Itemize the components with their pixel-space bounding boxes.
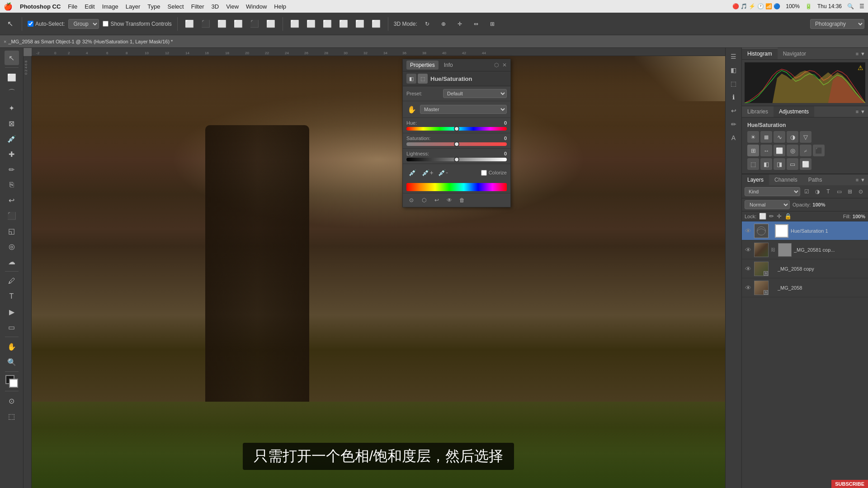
adj-icon-curves[interactable]: ∿ [774, 131, 785, 143]
prop-hue-thumb[interactable] [454, 126, 459, 131]
distribute-left-icon[interactable]: ⬜ [321, 18, 334, 30]
3d-pan-icon[interactable]: ✛ [453, 18, 466, 30]
adj-icon-vibrance[interactable]: ▽ [800, 131, 811, 143]
layers-filter-pixel[interactable]: ☑ [802, 187, 811, 196]
auto-select-dropdown[interactable]: Group [68, 19, 99, 29]
layer-visibility-2[interactable]: 👁 [745, 265, 752, 272]
adjust-icon[interactable]: ◧ [728, 64, 740, 76]
library-icon[interactable]: ⬚ [728, 78, 740, 89]
adj-icon-brightness[interactable]: ☀ [747, 131, 759, 143]
3d-orbit-icon[interactable]: ⊕ [437, 18, 450, 30]
adj-icon-gradient-map[interactable]: ▭ [787, 158, 798, 170]
distribute-h-icon[interactable]: ⬜ [288, 18, 301, 30]
properties-expand-icon[interactable]: ⬡ [494, 62, 499, 68]
3d-slide-icon[interactable]: ⇔ [470, 18, 482, 30]
prop-sat-value[interactable]: 0 [504, 136, 507, 141]
distribute-bottom-icon[interactable]: ⬜ [370, 18, 382, 30]
layer-item-mg2058copy[interactable]: 👁 S _MG_2058 copy [742, 259, 868, 278]
3d-scale-icon[interactable]: ⊞ [486, 18, 499, 30]
histogram-collapse-icon[interactable]: ▼ [860, 51, 865, 56]
tool-crop[interactable]: ⊠ [5, 116, 19, 131]
adj-icon-bw[interactable]: ⬜ [774, 145, 785, 156]
tool-quick-mask[interactable]: ⊙ [5, 394, 19, 408]
prop-delete-icon[interactable]: 🗑 [457, 195, 467, 205]
tab-paths[interactable]: Paths [803, 174, 828, 185]
eyedropper-sample-icon[interactable]: 💉 [406, 167, 418, 178]
tab-histogram[interactable]: Histogram [742, 48, 778, 59]
align-top-icon[interactable]: ⬜ [232, 18, 245, 30]
prop-mask-icon[interactable]: ⊙ [406, 195, 416, 205]
prop-sat-thumb[interactable] [454, 141, 459, 147]
adj-icon-posterize[interactable]: ◧ [760, 158, 772, 170]
info-icon[interactable]: ℹ [728, 91, 740, 103]
apple-menu[interactable]: 🍎 [4, 2, 13, 11]
align-right-icon[interactable]: ⬜ [216, 18, 228, 30]
transform-controls-checkbox[interactable]: Show Transform Controls [103, 21, 171, 27]
prop-layer-icon-1[interactable]: ◧ [406, 74, 416, 84]
layer-visibility-3[interactable]: 👁 [745, 284, 752, 291]
auto-select-checkbox[interactable]: Auto-Select: [28, 21, 65, 27]
tool-blur[interactable]: ◎ [5, 239, 19, 253]
tab-navigator[interactable]: Navigator [778, 48, 811, 59]
prop-eye-icon[interactable]: 👁 [444, 195, 454, 205]
tool-lasso[interactable]: ⌒ [5, 85, 19, 100]
adj-collapse-icon[interactable]: ▼ [860, 109, 865, 114]
menu-select[interactable]: Select [167, 3, 184, 10]
layers-filter-toggle[interactable]: ⊙ [856, 187, 865, 196]
tab-close-icon[interactable]: × [4, 39, 6, 44]
menu-edit[interactable]: Edit [85, 3, 94, 10]
colorize-checkbox[interactable]: Colorize [481, 170, 507, 176]
prop-hue-value[interactable]: 0 [504, 120, 507, 126]
tool-zoom[interactable]: 🔍 [5, 355, 19, 369]
layers-menu-icon[interactable]: ≡ [856, 177, 859, 183]
fill-value[interactable]: 100% [853, 214, 865, 219]
prop-light-slider[interactable] [406, 158, 507, 161]
tab-channels[interactable]: Channels [769, 174, 803, 185]
auto-select-check-input[interactable] [28, 21, 33, 27]
foreground-background-colors[interactable] [5, 375, 18, 388]
adj-icon-channel-mixer[interactable]: ⌿ [800, 145, 811, 156]
tool-text[interactable]: T [5, 289, 19, 304]
layer-item-mg2058[interactable]: 👁 S _MG_2058 [742, 278, 868, 297]
character-icon[interactable]: A [728, 132, 740, 144]
tool-marquee[interactable]: ⬜ [5, 70, 19, 84]
layers-filter-adj[interactable]: ◑ [813, 187, 822, 196]
tool-quick-select[interactable]: ✦ [5, 101, 19, 115]
align-bottom-icon[interactable]: ⬜ [264, 18, 277, 30]
menu-help[interactable]: Help [274, 3, 286, 10]
prop-channel-hand-icon[interactable]: ✋ [406, 104, 417, 115]
tab-info[interactable]: Info [440, 61, 457, 70]
layers-kind-select[interactable]: Kind [745, 187, 800, 196]
eyedropper-subtract-icon[interactable]: 💉- [437, 167, 449, 178]
tool-eyedropper[interactable]: 💉 [5, 131, 19, 146]
adj-menu-icon[interactable]: ≡ [856, 109, 859, 114]
canvas-image-area[interactable]: 只需打开一个色相/饱和度层，然后选择 [32, 56, 725, 488]
eyedropper-add-icon[interactable]: 💉+ [422, 167, 434, 178]
tool-hand[interactable]: ✋ [5, 339, 19, 354]
prop-light-thumb[interactable] [454, 157, 459, 162]
lock-paint-icon[interactable]: ✏ [769, 213, 774, 220]
list-icon[interactable]: ☰ [859, 3, 864, 9]
workspace-dropdown[interactable]: Photography [810, 19, 864, 29]
properties-close-icon[interactable]: ✕ [502, 62, 507, 68]
move-tool[interactable]: ↖ [4, 18, 16, 30]
menu-type[interactable]: Type [147, 3, 160, 10]
prop-layer-icon-2[interactable]: ⬚ [418, 74, 428, 84]
prop-channel-select[interactable]: Master [420, 105, 507, 114]
layers-toggle-icon[interactable]: ☰ [728, 51, 740, 62]
adj-icon-selective-color[interactable]: ⬜ [800, 158, 811, 170]
tool-history-brush[interactable]: ↩ [5, 193, 19, 207]
adj-icon-photo-filter[interactable]: ◎ [787, 145, 798, 156]
lock-all-icon[interactable]: 🔒 [784, 213, 792, 220]
opacity-value[interactable]: 100% [812, 202, 825, 207]
layer-item-mg20581[interactable]: 👁 ⛓ _MG_20581 cop... [742, 240, 868, 259]
align-left-icon[interactable]: ⬜ [183, 18, 196, 30]
tool-screen-mode[interactable]: ⬚ [5, 409, 19, 423]
tool-brush[interactable]: ✏ [5, 162, 19, 177]
histogram-warning-icon[interactable]: ⚠ [858, 64, 863, 71]
layer-visibility-0[interactable]: 👁 [745, 227, 752, 235]
colorize-check-input[interactable] [481, 170, 487, 176]
layers-collapse-icon[interactable]: ▼ [860, 177, 865, 183]
layers-filter-shape[interactable]: ▭ [835, 187, 844, 196]
menu-layer[interactable]: Layer [126, 3, 141, 10]
